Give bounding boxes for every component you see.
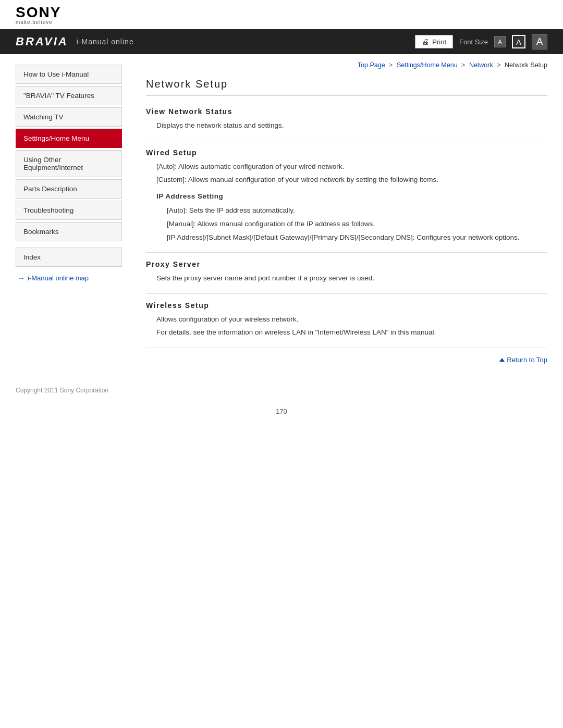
wired-line-2: [Custom]: Allows manual configuration of… [156, 174, 547, 186]
ip-setting-body: [Auto]: Sets the IP address automaticall… [156, 205, 547, 243]
nav-bar-right: Print Font Size A A A [415, 34, 547, 50]
ip-line-3: [IP Address]/[Subnet Mask]/[Default Gate… [167, 232, 547, 243]
font-size-label: Font Size [459, 38, 488, 46]
return-to-top-label: Return to Top [507, 356, 547, 364]
sidebar-item-watching-tv[interactable]: Watching TV [16, 107, 122, 127]
wired-line-1: [Auto]: Allows automatic configuration o… [156, 161, 547, 172]
breadcrumb-network[interactable]: Network [469, 61, 493, 69]
page-title: Network Setup [146, 78, 547, 96]
triangle-up-icon [499, 358, 505, 362]
footer: Copyright 2011 Sony Corporation [0, 378, 563, 402]
sidebar-item-how-to-use[interactable]: How to Use i-Manual [16, 65, 122, 84]
sony-text: SONY [16, 5, 547, 20]
sidebar-item-using-other[interactable]: Using Other Equipment/Internet [16, 150, 122, 177]
sidebar-item-settings[interactable]: Settings/Home Menu [16, 129, 122, 148]
sub-section-ip: IP Address Setting [Auto]: Sets the IP a… [156, 191, 547, 243]
print-label: Print [432, 38, 446, 46]
sidebar-item-bravia-tv[interactable]: "BRAVIA" TV Features [16, 86, 122, 105]
sidebar-map-link[interactable]: → i-Manual online map [16, 269, 122, 287]
copyright: Copyright 2011 Sony Corporation [16, 387, 108, 394]
section-proxy-server: Proxy Server Sets the proxy server name … [146, 253, 547, 294]
section-title-wired: Wired Setup [146, 149, 547, 157]
nav-subtitle: i-Manual online [77, 38, 134, 46]
top-bar: SONY make.believe [0, 0, 563, 29]
sidebar: How to Use i-Manual "BRAVIA" TV Features… [16, 54, 130, 378]
nav-bar: BRAVIA i-Manual online Print Font Size A… [0, 29, 563, 54]
return-to-top-container: Return to Top [146, 348, 547, 368]
print-button[interactable]: Print [415, 35, 453, 48]
section-view-network-status: View Network Status Displays the network… [146, 100, 547, 141]
view-network-desc: Displays the network status and settings… [156, 120, 547, 131]
wireless-line-2: For details, see the information on wire… [156, 327, 547, 338]
return-to-top-link[interactable]: Return to Top [499, 356, 547, 364]
sidebar-item-bookmarks[interactable]: Bookmarks [16, 222, 122, 241]
section-title-proxy: Proxy Server [146, 260, 547, 268]
sony-logo: SONY make.believe [16, 5, 547, 25]
section-body-view-network: Displays the network status and settings… [146, 120, 547, 131]
separator-2: > [461, 61, 465, 69]
sidebar-item-troubleshooting[interactable]: Troubleshooting [16, 201, 122, 220]
breadcrumb-current: Network Setup [505, 61, 547, 69]
printer-icon [422, 38, 429, 46]
separator-3: > [497, 61, 500, 69]
sidebar-item-parts[interactable]: Parts Description [16, 179, 122, 199]
section-wireless-setup: Wireless Setup Allows configuration of y… [146, 294, 547, 348]
section-body-wireless: Allows configuration of your wireless ne… [146, 314, 547, 338]
font-medium-button[interactable]: A [512, 35, 525, 48]
sidebar-item-index[interactable]: Index [16, 248, 122, 267]
ip-line-1: [Auto]: Sets the IP address automaticall… [167, 205, 547, 216]
section-title-wireless: Wireless Setup [146, 301, 547, 310]
section-body-proxy: Sets the proxy server name and port numb… [146, 273, 547, 284]
wireless-line-1: Allows configuration of your wireless ne… [156, 314, 547, 325]
map-link-label: i-Manual online map [28, 274, 89, 282]
breadcrumb: Top Page > Settings/Home Menu > Network … [146, 61, 547, 71]
main-layout: How to Use i-Manual "BRAVIA" TV Features… [0, 54, 563, 378]
ip-line-2: [Manual]: Allows manual configuration of… [167, 218, 547, 230]
breadcrumb-top[interactable]: Top Page [358, 61, 385, 69]
font-small-button[interactable]: A [494, 36, 506, 47]
section-wired-setup: Wired Setup [Auto]: Allows automatic con… [146, 141, 547, 253]
ip-setting-title: IP Address Setting [156, 191, 547, 202]
section-body-wired: [Auto]: Allows automatic configuration o… [146, 161, 547, 243]
font-large-button[interactable]: A [532, 34, 547, 50]
separator-1: > [389, 61, 393, 69]
arrow-right-icon: → [18, 274, 25, 282]
nav-bar-left: BRAVIA i-Manual online [16, 35, 134, 48]
proxy-desc: Sets the proxy server name and port numb… [156, 273, 547, 284]
content-area: Top Page > Settings/Home Menu > Network … [130, 54, 547, 378]
bravia-logo: BRAVIA [16, 35, 68, 48]
breadcrumb-settings[interactable]: Settings/Home Menu [397, 61, 458, 69]
tagline: make.believe [16, 20, 547, 25]
section-title-view-network: View Network Status [146, 107, 547, 116]
page-number: 170 [0, 402, 563, 426]
